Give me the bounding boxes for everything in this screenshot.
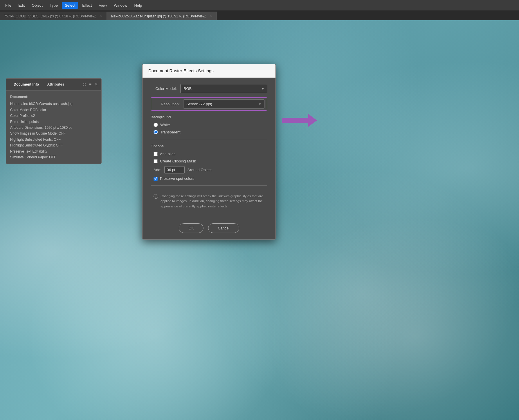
menu-type[interactable]: Type xyxy=(47,2,61,9)
anti-alias-checkbox[interactable] xyxy=(154,152,158,156)
menu-select[interactable]: Select xyxy=(62,2,78,9)
menu-window[interactable]: Window xyxy=(111,2,130,9)
bg-white-row: White xyxy=(151,123,267,127)
color-model-row: Color Model: RGB CMYK Grayscale ▼ xyxy=(151,84,267,93)
document-info-panel: Document Info Attributes ⬡ ≡ ✕ Document:… xyxy=(6,78,102,164)
resolution-select[interactable]: Screen (72 ppi) Medium (150 ppi) High (3… xyxy=(183,99,264,108)
tab-alex-label: alex-b6C2oGuAads-unsplash.jpg @ 130.91 %… xyxy=(111,14,206,18)
tab-alex[interactable]: alex-b6C2oGuAads-unsplash.jpg @ 130.91 %… xyxy=(107,12,217,20)
panel-tabs: Document Info Attributes xyxy=(10,81,69,88)
tab-good-vibes-label: 75764_GOOD_VIBES_ONLY.ps @ 87.28 % (RGB/… xyxy=(4,14,96,18)
tab-good-vibes[interactable]: 75764_GOOD_VIBES_ONLY.ps @ 87.28 % (RGB/… xyxy=(0,12,107,20)
preserve-colors-checkbox[interactable] xyxy=(154,177,158,181)
bg-white-label[interactable]: White xyxy=(160,123,170,127)
menu-file[interactable]: File xyxy=(2,2,14,9)
resolution-select-wrapper: Screen (72 ppi) Medium (150 ppi) High (3… xyxy=(183,99,264,108)
dialog-title-bar: Document Raster Effects Settings xyxy=(143,64,275,78)
tab-alex-close[interactable]: ✕ xyxy=(209,14,212,19)
document-raster-effects-dialog: Document Raster Effects Settings Color M… xyxy=(142,64,276,240)
bg-transparent-row: Transparent xyxy=(151,130,267,134)
dialog-footer: OK Cancel xyxy=(143,219,275,239)
info-note: i Changing these settings will break the… xyxy=(151,190,267,212)
bg-white-radio[interactable] xyxy=(154,123,158,127)
doc-name-line: Name: alex-b6C2oGuAads-unsplash.jpg xyxy=(10,101,97,107)
menu-help[interactable]: Help xyxy=(131,2,145,9)
preserve-colors-row: Preserve spot colors xyxy=(151,176,267,181)
clipping-mask-checkbox[interactable] xyxy=(154,159,158,163)
add-input[interactable] xyxy=(164,166,185,173)
doc-preserve-text-line: Preserve Text Editability xyxy=(10,149,97,154)
dialog-title: Document Raster Effects Settings xyxy=(148,68,214,73)
menu-view[interactable]: View xyxy=(96,2,110,9)
color-model-select-wrapper: RGB CMYK Grayscale ▼ xyxy=(180,84,267,93)
menu-edit[interactable]: Edit xyxy=(15,2,28,9)
around-object-label: Around Object xyxy=(188,168,212,172)
divider2 xyxy=(151,185,267,186)
tab-bar: 75764_GOOD_VIBES_ONLY.ps @ 87.28 % (RGB/… xyxy=(0,10,519,20)
doc-simulate-line: Simulate Colored Paper: OFF xyxy=(10,154,97,160)
doc-highlight-fonts-line: Highlight Substituted Fonts: OFF xyxy=(10,137,97,142)
doc-highlight-glyphs-line: Highlight Substituted Glyphs: OFF xyxy=(10,142,97,148)
panel-tab-attributes[interactable]: Attributes xyxy=(43,81,69,88)
arrow-shaft xyxy=(282,114,317,127)
cancel-button[interactable]: Cancel xyxy=(208,223,239,233)
color-model-label: Color Model: xyxy=(151,86,177,91)
divider1 xyxy=(151,139,267,139)
bg-transparent-label[interactable]: Transparent xyxy=(160,130,181,134)
add-row: Add: Around Object xyxy=(151,166,267,173)
clipping-mask-label[interactable]: Create Clipping Mask xyxy=(160,159,196,163)
options-section-label: Options xyxy=(151,144,267,148)
panel-menu-icon[interactable]: ≡ xyxy=(89,82,91,87)
doc-artboard-line: Artboard Dimensions: 1920 pt x 1080 pt xyxy=(10,125,97,131)
resolution-label: Resolution: xyxy=(154,102,180,106)
panel-close-icon[interactable]: ✕ xyxy=(94,82,98,87)
preserve-colors-label[interactable]: Preserve spot colors xyxy=(160,176,194,181)
doc-section-label: Document: xyxy=(10,94,97,100)
menu-object[interactable]: Object xyxy=(29,2,46,9)
menu-effect[interactable]: Effect xyxy=(79,2,95,9)
panel-controls: ⬡ ≡ ✕ xyxy=(83,82,98,87)
ok-button[interactable]: OK xyxy=(179,223,203,233)
anti-alias-label[interactable]: Anti-alias xyxy=(160,152,175,156)
menu-bar: File Edit Object Type Select Effect View… xyxy=(0,0,519,10)
clipping-mask-row: Create Clipping Mask xyxy=(151,159,267,163)
panel-header: Document Info Attributes ⬡ ≡ ✕ xyxy=(6,79,101,90)
info-note-text: Changing these settings will break the l… xyxy=(161,194,264,209)
panel-collapse-icon[interactable]: ⬡ xyxy=(83,82,86,87)
background-section-label: Background xyxy=(151,115,267,119)
info-icon: i xyxy=(154,194,158,199)
panel-tab-doc-info[interactable]: Document Info xyxy=(10,81,43,88)
dialog-body: Color Model: RGB CMYK Grayscale ▼ Resolu… xyxy=(143,78,275,219)
doc-ruler-line: Ruler Units: points xyxy=(10,119,97,125)
doc-show-images-line: Show Images in Outline Mode: OFF xyxy=(10,131,97,136)
tab-good-vibes-close[interactable]: ✕ xyxy=(99,14,102,19)
anti-alias-row: Anti-alias xyxy=(151,152,267,156)
resolution-row-highlighted: Resolution: Screen (72 ppi) Medium (150 … xyxy=(151,97,267,111)
add-label: Add: xyxy=(154,168,161,172)
bg-transparent-radio[interactable] xyxy=(154,130,158,134)
doc-color-mode-line: Color Mode: RGB color xyxy=(10,107,97,113)
doc-color-profile-line: Color Profile: c2 xyxy=(10,113,97,119)
panel-body: Document: Name: alex-b6C2oGuAads-unsplas… xyxy=(6,90,101,164)
color-model-select[interactable]: RGB CMYK Grayscale xyxy=(180,84,267,93)
arrow-annotation xyxy=(282,114,317,127)
